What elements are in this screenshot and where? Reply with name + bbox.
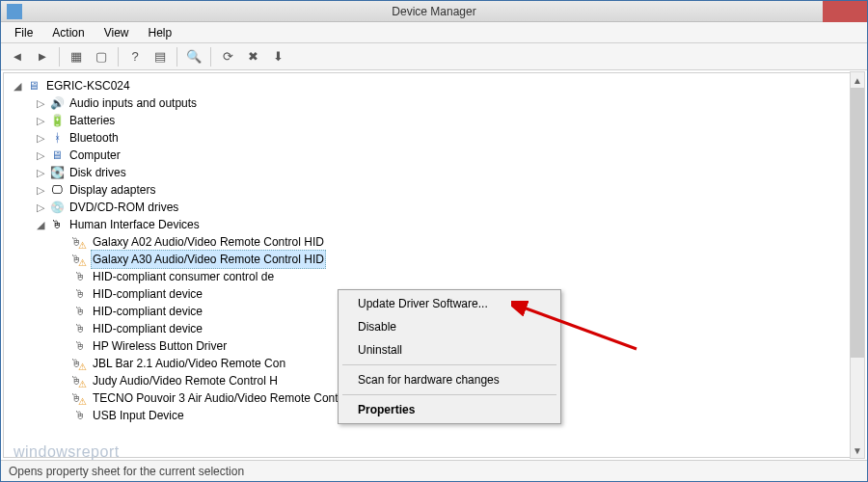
toolbar: ◄ ► ▦ ▢ ? ▤ 🔍 ⟳ ✖ ⬇	[1, 43, 867, 70]
device-label: HP Wireless Button Driver	[91, 337, 229, 355]
device-label: TECNO Pouvoir 3 Air Audio/Video Remote C…	[91, 389, 376, 407]
device-label: JBL Bar 2.1 Audio/Video Remote Con	[91, 355, 287, 372]
toolbar-separator	[118, 47, 119, 67]
menu-bar: File Action View Help	[1, 22, 867, 43]
collapse-icon[interactable]: ◢	[35, 216, 46, 233]
update-driver-button[interactable]: ⟳	[217, 46, 238, 67]
tree-category[interactable]: ▷ 🔋 Batteries	[6, 112, 862, 129]
menu-action[interactable]: Action	[46, 24, 90, 41]
tree-category[interactable]: ▷ ᚼ Bluetooth	[6, 129, 862, 147]
watermark: windowsreport	[14, 443, 120, 461]
menu-file[interactable]: File	[9, 24, 39, 41]
tree-root[interactable]: ◢ 🖥 EGRIC-KSC024	[6, 77, 862, 94]
device-warn-icon: 🖰	[72, 356, 88, 371]
device-label: USB Input Device	[91, 407, 186, 424]
expand-icon[interactable]: ▷	[35, 164, 46, 181]
device-icon: 🖰	[72, 304, 88, 319]
disk-icon: 💽	[49, 165, 65, 180]
category-label: Display adapters	[68, 181, 157, 199]
disable-button[interactable]: ⬇	[267, 46, 288, 67]
dvd-icon: 💿	[49, 200, 65, 215]
device-label: HID-compliant device	[91, 285, 204, 303]
tree-category[interactable]: ▷ 💿 DVD/CD-ROM drives	[6, 199, 862, 216]
close-button[interactable]	[823, 1, 867, 22]
menu-view[interactable]: View	[98, 24, 135, 41]
computer-icon: 🖥	[26, 78, 41, 94]
expand-icon[interactable]: ▷	[35, 181, 46, 199]
title-bar: Device Manager	[1, 1, 867, 22]
action-button[interactable]: ▤	[149, 46, 171, 67]
display-icon: 🖵	[49, 182, 65, 198]
hid-icon: 🖰	[49, 217, 65, 232]
menu-divider	[342, 364, 556, 365]
toolbar-separator	[210, 47, 211, 67]
audio-icon: 🔊	[49, 95, 65, 111]
tree-category[interactable]: ▷ 🖵 Display adapters	[6, 181, 862, 199]
category-label: Human Interface Devices	[68, 216, 202, 233]
device-item[interactable]: 🖰 HID-compliant consumer control de	[6, 268, 862, 285]
category-label: Audio inputs and outputs	[68, 94, 199, 112]
status-bar: Opens property sheet for the current sel…	[1, 460, 867, 481]
device-item-selected[interactable]: 🖰 Galaxy A30 Audio/Video Remote Control …	[6, 251, 862, 268]
device-label: HID-compliant device	[91, 303, 204, 320]
device-icon: 🖰	[72, 321, 88, 336]
expand-icon[interactable]: ▷	[35, 147, 46, 164]
scroll-down-icon[interactable]: ▼	[851, 442, 864, 458]
device-warn-icon: 🖰	[72, 390, 88, 406]
device-label: Judy Audio/Video Remote Control H	[91, 372, 280, 389]
menu-properties[interactable]: Properties	[340, 398, 558, 421]
expand-icon[interactable]: ▷	[35, 199, 46, 216]
expand-icon[interactable]: ▷	[35, 112, 46, 129]
show-hide-tree-button[interactable]: ▦	[66, 46, 87, 67]
properties-button[interactable]: ▢	[91, 46, 112, 67]
status-text: Opens property sheet for the current sel…	[9, 465, 244, 478]
bluetooth-icon: ᚼ	[49, 130, 65, 146]
vertical-scrollbar[interactable]: ▲ ▼	[850, 71, 865, 459]
scan-button[interactable]: 🔍	[183, 46, 204, 67]
expand-icon[interactable]: ▷	[35, 94, 46, 112]
device-icon: 🖰	[72, 338, 88, 354]
forward-button[interactable]: ►	[32, 46, 53, 67]
menu-scan-hardware[interactable]: Scan for hardware changes	[340, 368, 558, 391]
menu-uninstall[interactable]: Uninstall	[340, 338, 558, 362]
collapse-icon[interactable]: ◢	[12, 77, 23, 94]
device-warn-icon: 🖰	[72, 373, 88, 388]
system-icon	[7, 4, 22, 19]
context-menu: Update Driver Software... Disable Uninst…	[338, 289, 561, 424]
menu-divider	[342, 394, 556, 395]
expand-icon[interactable]: ▷	[35, 129, 46, 147]
menu-disable[interactable]: Disable	[340, 315, 558, 338]
menu-update-driver[interactable]: Update Driver Software...	[340, 292, 558, 315]
battery-icon: 🔋	[49, 113, 65, 128]
tree-root-label: EGRIC-KSC024	[44, 77, 132, 94]
device-label: Galaxy A02 Audio/Video Remote Control HI…	[91, 233, 326, 251]
category-label: Computer	[68, 147, 122, 164]
category-label: Batteries	[68, 112, 117, 129]
uninstall-button[interactable]: ✖	[242, 46, 263, 67]
device-label: HID-compliant consumer control de	[91, 268, 276, 285]
tree-category[interactable]: ▷ 💽 Disk drives	[6, 164, 862, 181]
device-icon: 🖰	[72, 286, 88, 302]
device-item[interactable]: 🖰 Galaxy A02 Audio/Video Remote Control …	[6, 233, 862, 251]
help-button[interactable]: ?	[124, 46, 146, 67]
window-title: Device Manager	[392, 5, 475, 18]
device-warn-icon: 🖰	[72, 252, 88, 267]
back-button[interactable]: ◄	[7, 46, 28, 67]
category-label: Disk drives	[68, 164, 128, 181]
device-warn-icon: 🖰	[72, 234, 88, 250]
tree-category[interactable]: ▷ 🖥 Computer	[6, 147, 862, 164]
scroll-up-icon[interactable]: ▲	[851, 72, 864, 88]
menu-help[interactable]: Help	[143, 24, 178, 41]
device-label: Galaxy A30 Audio/Video Remote Control HI…	[91, 250, 326, 269]
category-label: DVD/CD-ROM drives	[68, 199, 180, 216]
category-label: Bluetooth	[68, 129, 121, 147]
toolbar-separator	[59, 47, 60, 67]
tree-category[interactable]: ▷ 🔊 Audio inputs and outputs	[6, 94, 862, 112]
device-label: HID-compliant device	[91, 320, 204, 337]
scroll-thumb[interactable]	[851, 88, 864, 358]
tree-category[interactable]: ◢ 🖰 Human Interface Devices	[6, 216, 862, 233]
toolbar-separator	[176, 47, 177, 67]
computer-icon: 🖥	[49, 147, 65, 163]
